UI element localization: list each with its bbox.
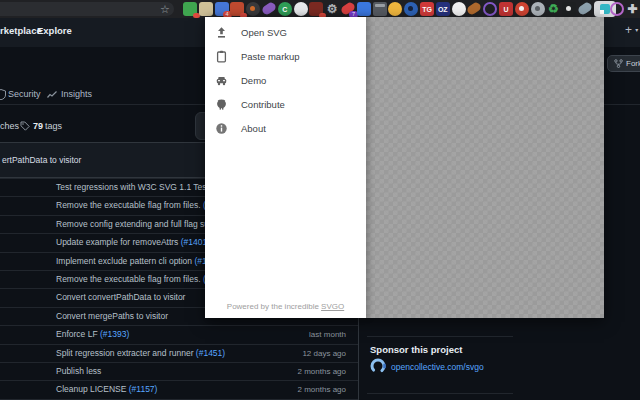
sidebar-divider <box>367 336 513 337</box>
svgo-link[interactable]: SVGO <box>321 302 344 311</box>
gray-orb-icon[interactable] <box>531 2 545 16</box>
gear-icon[interactable]: ⚙ <box>325 2 339 16</box>
tg-red-icon[interactable]: TG <box>420 2 434 16</box>
purple-pen-icon[interactable] <box>262 2 276 16</box>
commit-date: last month <box>309 326 346 343</box>
menu-item-label: Contribute <box>241 99 285 110</box>
tan-notes-icon[interactable] <box>199 2 213 16</box>
clipboard-paste-icon <box>215 50 228 63</box>
powered-by-text: Powered by the incredible SVGO <box>205 302 366 311</box>
screen: ☆ 4C⚙7TGOZU♻✚ rketplace Explore + ▾ Fork… <box>0 0 640 400</box>
pinwheel-icon[interactable] <box>515 2 529 16</box>
u-shield-icon[interactable]: U <box>499 2 513 16</box>
table-row[interactable]: Split regression extracter and runner (#… <box>0 344 358 362</box>
commit-date: 2 months ago <box>298 381 346 398</box>
green-grid-icon[interactable] <box>183 2 197 16</box>
svgomg-popup: Open SVG Paste markup <box>205 17 604 318</box>
white-orb-icon[interactable] <box>294 2 308 16</box>
menu-item-label: Open SVG <box>241 27 287 38</box>
yellow-face-icon[interactable] <box>388 2 402 16</box>
dark-window-icon[interactable] <box>373 2 387 16</box>
menu-item-about[interactable]: About <box>205 116 366 140</box>
nav-marketplace[interactable]: rketplace <box>0 25 42 36</box>
tab-insights-label: Insights <box>61 89 92 99</box>
fork-button[interactable]: Fork <box>607 55 640 72</box>
github-icon <box>215 98 228 111</box>
red-capsule-icon[interactable]: 7 <box>341 2 355 16</box>
sponsor-title: Sponsor this project <box>370 344 462 355</box>
mail-alert-icon[interactable] <box>230 2 244 16</box>
bookmark-star-icon[interactable]: ☆ <box>158 2 172 16</box>
fork-label: Fork <box>626 59 640 68</box>
create-new-button[interactable]: + ▾ <box>625 23 638 37</box>
tags-label[interactable]: tags <box>45 121 62 131</box>
menu-item-label: Paste markup <box>241 51 300 62</box>
chevron-down-icon: ▾ <box>635 27 638 33</box>
menu-item-demo[interactable]: Demo <box>205 68 366 92</box>
tab-security-label: Security <box>8 89 41 99</box>
table-row[interactable]: Enforce LF (#1393)last month <box>0 325 358 343</box>
white-orb-2-icon[interactable] <box>452 2 466 16</box>
blue-app-icon[interactable] <box>357 2 371 16</box>
popup-menu-drawer: Open SVG Paste markup <box>205 17 366 318</box>
tab-insights[interactable]: Insights <box>47 89 92 99</box>
nav-explore[interactable]: Explore <box>37 25 72 36</box>
recycle-icon[interactable]: ♻ <box>546 2 560 16</box>
menu-item-label: About <box>241 123 266 134</box>
issue-link[interactable]: (#1157) <box>129 384 158 394</box>
issue-link[interactable]: (#1393) <box>100 329 129 339</box>
table-row[interactable]: Cleanup LICENSE (#1157)2 months ago <box>0 380 358 398</box>
tags-count[interactable]: 79 <box>33 121 43 131</box>
commit-date: 12 days ago <box>302 345 346 362</box>
dark-ring-icon[interactable] <box>483 2 497 16</box>
browser-toolbar: ☆ 4C⚙7TGOZU♻✚ <box>0 0 640 18</box>
address-bar[interactable] <box>0 2 174 16</box>
boat-icon[interactable] <box>578 2 592 16</box>
transparency-checkerboard <box>366 17 604 318</box>
upload-icon <box>215 26 228 39</box>
menu-item-contribute[interactable]: Contribute <box>205 92 366 116</box>
issue-link[interactable]: (#1451) <box>196 348 225 358</box>
opencollective-link[interactable]: opencollective.com/svgo <box>391 362 484 372</box>
menu-item-label: Demo <box>241 75 266 86</box>
fork-icon <box>614 59 623 68</box>
insights-graph-icon <box>47 90 57 99</box>
latest-commit-message[interactable]: ertPathData to visitor <box>2 155 81 165</box>
tab-security[interactable]: Security <box>8 89 41 99</box>
extensions-puzzle-icon[interactable]: ✚ <box>625 2 639 16</box>
info-icon <box>215 122 228 135</box>
dark-swirl-icon[interactable] <box>246 2 260 16</box>
shield-icon <box>0 89 6 100</box>
branches-link[interactable]: ches <box>0 121 19 131</box>
oz-navy-icon[interactable]: OZ <box>436 2 450 16</box>
black-sparkle-icon[interactable] <box>562 2 576 16</box>
green-c-icon[interactable]: C <box>278 2 292 16</box>
orange-tool-icon[interactable] <box>467 2 481 16</box>
color-ring-icon[interactable] <box>610 2 624 16</box>
commit-date: 2 months ago <box>298 363 346 380</box>
blue-app-badge-icon[interactable]: 4 <box>215 2 229 16</box>
table-row[interactable]: Publish less2 months ago <box>0 362 358 380</box>
darkred-alert-icon[interactable] <box>309 2 323 16</box>
menu-item-paste-markup[interactable]: Paste markup <box>205 44 366 68</box>
tag-icon <box>20 121 30 131</box>
menu-item-open-svg[interactable]: Open SVG <box>205 20 366 44</box>
blue-check-icon[interactable] <box>404 2 418 16</box>
sidebar-divider-2 <box>367 393 513 394</box>
car-icon <box>215 74 228 87</box>
opencollective-icon <box>369 357 387 375</box>
